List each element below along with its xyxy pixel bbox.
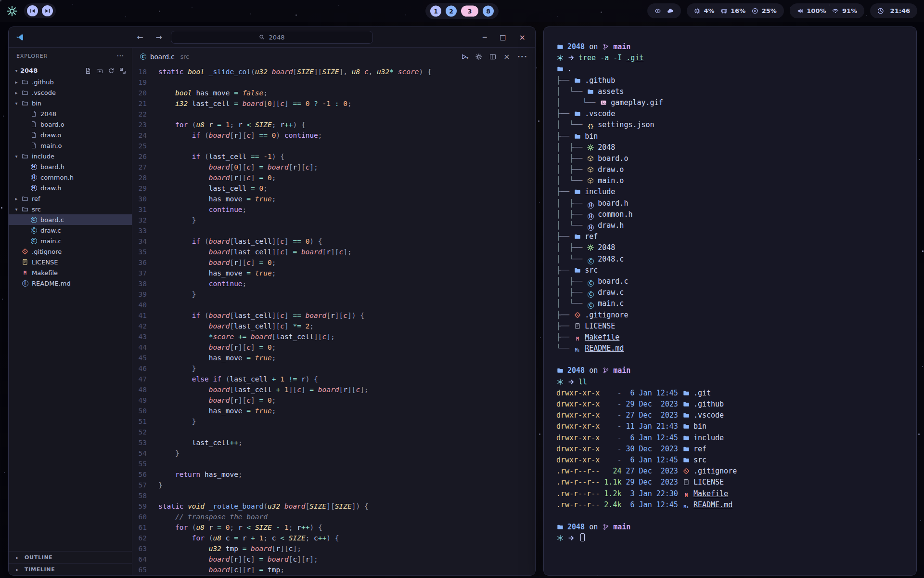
file-icon xyxy=(29,110,38,117)
explorer-item-Makefile[interactable]: MMakefile xyxy=(9,267,132,278)
explorer-item-.gitignore[interactable]: .gitignore xyxy=(9,246,132,257)
terminal-line: 2048 on main xyxy=(556,365,904,376)
explorer-item-LICENSE[interactable]: LICENSE xyxy=(9,257,132,267)
explorer-item-board.o[interactable]: board.o xyxy=(9,119,132,130)
explorer-item-board.h[interactable]: Hboard.h xyxy=(9,161,132,172)
explorer-item-main.o[interactable]: main.o xyxy=(9,140,132,151)
minimize-button[interactable]: ─ xyxy=(483,33,487,41)
media-previous-button[interactable] xyxy=(27,5,38,16)
code-line: 21 i32 last_cell = board[0][c] == 0 ? -1… xyxy=(132,98,535,109)
cpu-icon xyxy=(694,8,701,14)
run-button[interactable]: ▾ xyxy=(461,53,469,60)
chevron-right-icon[interactable]: ▸ xyxy=(13,90,20,95)
explorer-more-icon[interactable]: ··· xyxy=(116,53,124,59)
line-number: 28 xyxy=(132,172,158,183)
line-number: 22 xyxy=(132,109,158,119)
readme-info-icon: i xyxy=(20,280,30,287)
explorer-item-.vscode[interactable]: ▸.vscode xyxy=(9,87,132,98)
nav-back-icon[interactable]: ← xyxy=(137,33,143,42)
top-bar: 1238 4%16%25% 100%91% 21:46 xyxy=(0,0,924,22)
editor-area: C board.c src ▾ × ··· 18static bool _sli… xyxy=(132,48,535,575)
terminal-line: 2048 on main xyxy=(556,522,904,533)
explorer-item-README.md[interactable]: iREADME.md xyxy=(9,278,132,289)
timeline-panel[interactable]: ▸ TIMELINE xyxy=(9,563,132,575)
tab-board-c[interactable]: C board.c src xyxy=(140,53,189,61)
code-line: 23 for (u8 r = 1; r < SIZE; r++) { xyxy=(132,119,535,130)
code-line: 20 bool has_move = false; xyxy=(132,88,535,98)
explorer-item-draw.o[interactable]: draw.o xyxy=(9,130,132,140)
explorer-item-include[interactable]: ▾include xyxy=(9,151,132,161)
maximize-button[interactable]: □ xyxy=(500,33,506,41)
outline-panel[interactable]: ▸ OUTLINE xyxy=(9,551,132,563)
chevron-down-icon[interactable]: ▾ xyxy=(13,101,20,106)
split-editor-icon[interactable] xyxy=(489,53,496,60)
folder-icon xyxy=(587,88,594,95)
explorer-item-main.c[interactable]: Cmain.c xyxy=(9,236,132,246)
refresh-explorer-icon[interactable] xyxy=(108,67,115,74)
new-file-icon[interactable] xyxy=(85,67,91,74)
vscode-body: EXPLORER ··· ▾ 2048 ▸.github▸.vscode▾bin… xyxy=(9,48,535,575)
chevron-down-icon[interactable]: ▾ xyxy=(13,154,20,159)
terminal-line: 2048 on main xyxy=(556,41,904,53)
explorer-item-bin[interactable]: ▾bin xyxy=(9,98,132,108)
system-logo-icon[interactable] xyxy=(7,6,17,16)
memory-icon xyxy=(721,8,728,14)
code-line: 47 else if (last_cell + 1 != r) { xyxy=(132,374,535,384)
chevron-down-icon[interactable]: ▾ xyxy=(13,68,20,73)
folder-icon xyxy=(556,524,564,530)
skip-next-icon xyxy=(44,8,51,14)
command-center-search[interactable]: 2048 xyxy=(171,31,373,44)
line-number: 36 xyxy=(132,257,158,268)
chevron-down-icon[interactable]: ▾ xyxy=(13,207,20,212)
explorer-item-.github[interactable]: ▸.github xyxy=(9,77,132,87)
settings-gear-icon[interactable] xyxy=(475,53,482,60)
folder-icon xyxy=(574,77,581,84)
line-number: 24 xyxy=(132,130,158,141)
explorer-item-src[interactable]: ▾src xyxy=(9,204,132,214)
close-button[interactable]: × xyxy=(519,33,526,42)
explorer-item-2048[interactable]: 2048 xyxy=(9,108,132,119)
c-file-icon: C xyxy=(587,291,594,298)
explorer-item-common.h[interactable]: Hcommon.h xyxy=(9,172,132,183)
explorer-item-board.c[interactable]: Cboard.c xyxy=(9,214,132,225)
git-icon xyxy=(574,312,581,318)
clock-widget[interactable]: 21:46 xyxy=(870,3,917,18)
line-number: 45 xyxy=(132,353,158,363)
code-editor[interactable]: 18static bool _slide_col(u32 board[SIZE]… xyxy=(132,66,535,575)
snowflake-icon xyxy=(556,379,564,385)
image-file-icon xyxy=(600,99,607,106)
folder-icon xyxy=(574,110,581,117)
code-line: 42 board[last_cell][c] *= 2; xyxy=(132,321,535,331)
more-actions-icon[interactable]: ··· xyxy=(517,52,527,61)
workspace-8[interactable]: 8 xyxy=(483,5,494,16)
code-line: 59static void _rotate_board(u32 board[SI… xyxy=(132,501,535,512)
makefile-icon: M xyxy=(20,270,30,276)
explorer-item-label: .vscode xyxy=(32,89,56,96)
line-number: 57 xyxy=(132,480,158,490)
code-line: 49 board[r][c] = 0; xyxy=(132,395,535,406)
chevron-right-icon[interactable]: ▸ xyxy=(13,79,20,85)
terminal-window[interactable]: 2048 on maintree -a -I .git.├── .github│… xyxy=(543,26,917,576)
chevron-right-icon[interactable]: ▸ xyxy=(13,196,20,201)
code-line: 29 last_cell = 0; xyxy=(132,183,535,194)
workspace-switcher: 1238 xyxy=(425,3,499,19)
workspace-2[interactable]: 2 xyxy=(446,5,457,16)
collapse-folders-icon[interactable] xyxy=(119,67,126,74)
nav-forward-icon[interactable]: → xyxy=(156,33,162,42)
line-number: 49 xyxy=(132,395,158,406)
clock-time: 21:46 xyxy=(890,7,910,14)
explorer-item-label: README.md xyxy=(32,280,71,287)
workspace-3-active[interactable]: 3 xyxy=(461,5,478,16)
close-editor-icon[interactable]: × xyxy=(503,52,510,61)
c-file-icon: H xyxy=(587,213,594,220)
line-number: 60 xyxy=(132,512,158,522)
terminal-line: .rw-r--r-- 24 27 Dec 2023 .gitignore xyxy=(556,466,904,477)
workspace-1[interactable]: 1 xyxy=(430,5,441,16)
line-number: 65 xyxy=(132,565,158,575)
explorer-item-ref[interactable]: ▸ref xyxy=(9,193,132,204)
explorer-root-folder[interactable]: ▾ 2048 xyxy=(9,65,132,77)
new-folder-icon[interactable] xyxy=(96,67,103,74)
media-next-button[interactable] xyxy=(42,5,53,16)
explorer-item-draw.c[interactable]: Cdraw.c xyxy=(9,225,132,236)
explorer-item-draw.h[interactable]: Hdraw.h xyxy=(9,183,132,193)
